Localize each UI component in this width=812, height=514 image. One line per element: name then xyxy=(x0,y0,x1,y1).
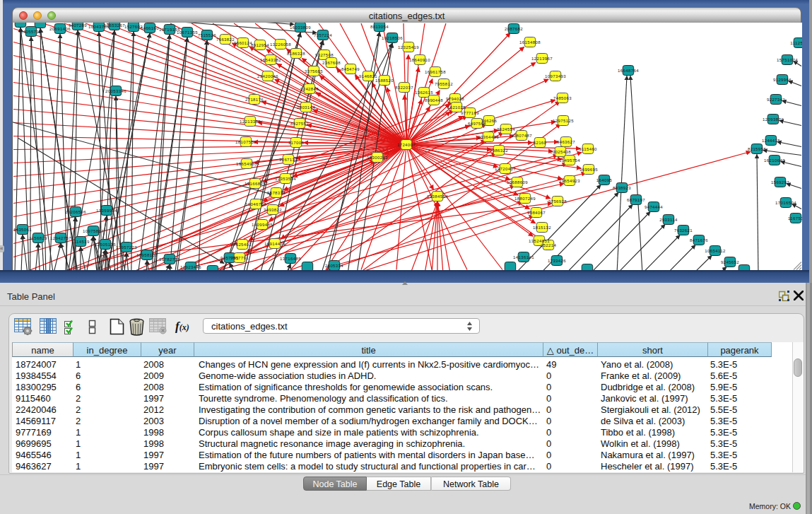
svg-text:17016504: 17016504 xyxy=(775,200,796,204)
svg-text:116753: 116753 xyxy=(788,216,802,220)
svg-text:19166825: 19166825 xyxy=(245,181,266,185)
svg-text:19218506: 19218506 xyxy=(382,35,403,40)
svg-text:1435061: 1435061 xyxy=(13,227,31,231)
svg-text:9756928: 9756928 xyxy=(548,199,566,203)
svg-text:16210643: 16210643 xyxy=(764,158,785,162)
svg-text:7663822: 7663822 xyxy=(216,37,234,41)
svg-text:9084067: 9084067 xyxy=(526,210,545,214)
svg-text:1362615: 1362615 xyxy=(414,90,433,94)
svg-text:9242848: 9242848 xyxy=(300,86,318,90)
svg-text:3624554: 3624554 xyxy=(496,127,514,131)
svg-text:1244415: 1244415 xyxy=(761,138,779,142)
svg-text:9777169: 9777169 xyxy=(460,110,478,115)
svg-text:10958107: 10958107 xyxy=(136,252,158,257)
svg-text:16033809: 16033809 xyxy=(290,25,311,29)
svg-text:1588520: 1588520 xyxy=(375,78,393,82)
svg-text:5578334: 5578334 xyxy=(266,190,285,194)
svg-text:8322037: 8322037 xyxy=(394,85,413,89)
svg-text:12975125: 12975125 xyxy=(553,118,574,122)
svg-text:7986322: 7986322 xyxy=(489,148,507,152)
svg-text:3493822: 3493822 xyxy=(263,207,281,211)
svg-text:2087682: 2087682 xyxy=(504,26,522,30)
svg-text:2367608: 2367608 xyxy=(322,60,340,64)
svg-text:10046798: 10046798 xyxy=(245,201,266,206)
svg-text:12923446: 12923446 xyxy=(180,264,201,269)
svg-text:14055712: 14055712 xyxy=(20,29,42,33)
svg-text:10025438: 10025438 xyxy=(550,149,571,153)
svg-text:14099485: 14099485 xyxy=(252,222,273,226)
svg-text:2718176: 2718176 xyxy=(245,97,263,101)
svg-text:12213389: 12213389 xyxy=(240,119,261,123)
svg-text:13720407: 13720407 xyxy=(495,166,516,170)
svg-text:7515526: 7515526 xyxy=(197,33,216,37)
svg-text:14136141: 14136141 xyxy=(513,255,534,259)
svg-text:10653267: 10653267 xyxy=(104,23,125,27)
svg-text:8813054: 8813054 xyxy=(370,24,388,28)
svg-text:6466160: 6466160 xyxy=(140,25,158,30)
svg-text:9474444: 9474444 xyxy=(644,204,662,209)
svg-text:17359934: 17359934 xyxy=(96,208,117,212)
svg-text:7625402: 7625402 xyxy=(233,242,251,246)
svg-text:6879197: 6879197 xyxy=(626,197,645,201)
svg-text:8427552: 8427552 xyxy=(290,121,308,125)
svg-text:9245652: 9245652 xyxy=(720,259,739,264)
svg-text:18807249: 18807249 xyxy=(514,196,536,200)
svg-text:746266: 746266 xyxy=(481,118,497,122)
svg-text:7357224: 7357224 xyxy=(313,33,331,37)
svg-text:7485063: 7485063 xyxy=(553,95,571,100)
svg-text:10671355: 10671355 xyxy=(177,30,198,34)
svg-text:17957223: 17957223 xyxy=(116,245,137,249)
svg-text:9463627: 9463627 xyxy=(556,139,575,144)
svg-text:8454749: 8454749 xyxy=(341,66,359,71)
svg-text:8186328: 8186328 xyxy=(286,51,305,55)
svg-text:8912954: 8912954 xyxy=(250,42,269,47)
svg-text:1569297: 1569297 xyxy=(770,180,789,184)
svg-text:10807487: 10807487 xyxy=(511,133,532,137)
svg-text:8938923: 8938923 xyxy=(612,185,630,189)
svg-text:1733426: 1733426 xyxy=(547,258,565,262)
svg-text:1815132: 1815132 xyxy=(532,225,551,229)
svg-text:16543382: 16543382 xyxy=(260,57,281,62)
svg-text:12325419: 12325419 xyxy=(398,45,419,49)
svg-text:8471676: 8471676 xyxy=(689,238,707,242)
svg-text:20053346: 20053346 xyxy=(105,88,126,93)
svg-text:10688609: 10688609 xyxy=(507,180,528,184)
svg-text:18107552: 18107552 xyxy=(235,139,257,144)
svg-text:1112543: 1112543 xyxy=(790,40,802,45)
svg-text:19654985: 19654985 xyxy=(236,161,257,165)
svg-text:15751074: 15751074 xyxy=(777,57,798,62)
svg-text:1114519: 1114519 xyxy=(71,239,90,243)
svg-text:18640910: 18640910 xyxy=(409,57,430,62)
svg-text:16782759: 16782759 xyxy=(159,257,180,261)
svg-text:20691406: 20691406 xyxy=(49,26,71,30)
svg-text:9794028: 9794028 xyxy=(445,96,464,100)
svg-text:3375685: 3375685 xyxy=(304,69,322,73)
svg-text:23420046: 23420046 xyxy=(257,74,278,78)
svg-text:3267130: 3267130 xyxy=(278,157,297,161)
svg-text:13226058: 13226058 xyxy=(270,42,291,46)
svg-text:2605334: 2605334 xyxy=(324,263,343,267)
svg-text:9327508: 9327508 xyxy=(314,52,333,57)
svg-text:9129966: 9129966 xyxy=(772,77,791,81)
svg-text:317006: 317006 xyxy=(288,140,304,144)
svg-text:15495754: 15495754 xyxy=(559,158,580,162)
svg-text:8990448: 8990448 xyxy=(424,98,442,102)
svg-text:12505135: 12505135 xyxy=(95,242,116,246)
svg-text:10973493: 10973493 xyxy=(545,74,566,78)
svg-text:1156829: 1156829 xyxy=(29,235,47,240)
svg-text:20206536: 20206536 xyxy=(65,209,86,214)
svg-text:62160: 62160 xyxy=(533,140,546,144)
svg-text:12213967: 12213967 xyxy=(531,56,553,60)
svg-text:9857791: 9857791 xyxy=(230,255,248,259)
svg-text:164095: 164095 xyxy=(596,177,612,182)
svg-text:9407289: 9407289 xyxy=(68,23,86,27)
svg-text:1621025: 1621025 xyxy=(447,105,465,109)
svg-text:15300213: 15300213 xyxy=(367,155,388,159)
svg-text:16648764: 16648764 xyxy=(618,68,639,72)
svg-text:9115460: 9115460 xyxy=(579,146,597,151)
svg-text:9699695: 9699695 xyxy=(579,167,597,171)
svg-text:252214: 252214 xyxy=(540,243,556,247)
svg-text:19654923: 19654923 xyxy=(559,178,580,182)
svg-text:13353594: 13353594 xyxy=(275,176,296,180)
svg-text:10654112: 10654112 xyxy=(705,248,726,252)
